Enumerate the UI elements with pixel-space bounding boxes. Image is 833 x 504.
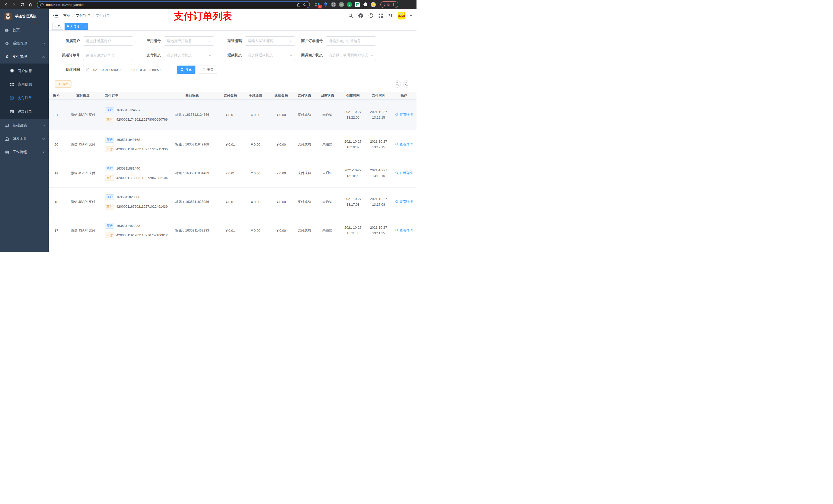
sidebar-item-label: 首页 <box>13 28 45 32</box>
app-select[interactable]: 请选择应用信息 <box>164 37 214 46</box>
refund-amount: ¥ 0.00 <box>268 99 294 130</box>
sidebar-item-label: 商户信息 <box>18 69 45 73</box>
table-header-row: 编号支付渠道 支付订单 商品标题支付金额 手续金额退款金额 支付状态回调状态 创… <box>49 92 416 99</box>
order-id: 18 <box>49 188 64 216</box>
back-icon[interactable] <box>3 1 9 8</box>
table-toolbar: 导出 <box>55 80 410 88</box>
site-info-icon[interactable] <box>40 3 44 7</box>
pay-status-select[interactable]: 请选择支付状态 <box>164 51 214 60</box>
reset-button[interactable]: 重置 <box>199 66 217 74</box>
create-time: 2021-10-2713:22:05 <box>340 99 366 130</box>
notify-status <box>314 245 340 252</box>
pay-channel: 微信 JSAPI 支付 <box>64 159 102 188</box>
breadcrumb: 首页 / 支付管理 / 支付订单 <box>63 13 110 18</box>
table-row: 21 微信 JSAPI 支付 商户 1635312124657 支付 42000… <box>49 99 416 130</box>
merchant-input[interactable] <box>83 37 133 46</box>
order-id: 21 <box>49 99 64 130</box>
search-icon <box>395 143 399 146</box>
devtools-extension-icon[interactable]: 10 <box>315 2 320 7</box>
avatar[interactable] <box>398 12 405 20</box>
tab-close-icon[interactable]: × <box>84 25 86 28</box>
notify-status: 未通知 <box>314 99 340 130</box>
browser-update-button[interactable]: 更新 ⋮ <box>380 1 398 8</box>
home-icon[interactable] <box>27 1 34 8</box>
fullscreen-icon[interactable] <box>378 13 383 19</box>
sidebar-item-payment[interactable]: ¥ 支付管理 <box>0 50 49 64</box>
breadcrumb-home[interactable]: 首页 <box>63 13 70 18</box>
refund-amount: ¥ 0.00 <box>268 216 294 245</box>
filter-refund-status: 退款状态 请选择退款状态 <box>217 51 295 60</box>
channel-code-select[interactable]: 请输入渠道编码 <box>245 37 295 46</box>
avatar-caret-icon[interactable] <box>410 15 412 16</box>
export-button[interactable]: 导出 <box>55 80 71 88</box>
view-detail-link[interactable]: 查看详情 <box>395 113 413 117</box>
hide-search-button[interactable] <box>394 80 401 88</box>
product-title: 标题：1635312124656 <box>166 99 218 130</box>
refund-amount <box>268 245 294 252</box>
refresh-icon <box>405 82 409 86</box>
pay-order-cell: 商户 1635311354726 <box>102 245 166 252</box>
share-icon[interactable] <box>297 3 301 7</box>
merchant-order-no-input[interactable] <box>326 37 376 46</box>
pay-tag: 支付 <box>105 146 114 152</box>
search-icon[interactable] <box>348 13 354 19</box>
pay-channel <box>64 245 102 252</box>
pay-status: 支付成功 <box>294 159 314 188</box>
puzzle-extensions-icon[interactable] <box>363 2 368 7</box>
sidebar-item-app-info[interactable]: 应用信息 <box>0 78 49 91</box>
kite-extension-icon[interactable] <box>323 2 328 7</box>
emoji-profile-icon[interactable] <box>371 2 376 7</box>
view-detail-link[interactable]: 查看详情 <box>395 142 413 147</box>
sidebar-item-home[interactable]: 首页 <box>0 24 49 37</box>
merchant-order-no-field[interactable] <box>329 39 373 43</box>
chevron-down-icon <box>42 125 45 126</box>
sidebar-item-dev-tools[interactable]: 研发工具 <box>0 132 49 145</box>
pay-time: 2021-10-2713:17:08 <box>366 188 391 216</box>
pay-time: 2021-10-2713:11:15 <box>366 216 391 245</box>
bookmark-star-icon[interactable] <box>303 3 307 7</box>
y-extension-icon[interactable]: y <box>347 2 352 7</box>
help-icon[interactable]: ? <box>368 13 374 19</box>
fee-amount <box>243 245 268 252</box>
refund-status-select[interactable]: 请选择退款状态 <box>245 51 295 60</box>
github-icon[interactable] <box>358 13 363 19</box>
recorder-extension-icon[interactable] <box>339 2 344 7</box>
command-extension-icon[interactable]: ⌘ <box>331 2 336 7</box>
action-cell <box>391 245 416 252</box>
sidebar-logo[interactable]: 芋道管理系统 <box>0 9 49 24</box>
view-detail-link[interactable]: 查看详情 <box>395 171 413 175</box>
merchant-input-field[interactable] <box>86 39 130 43</box>
channel-order-no-input[interactable] <box>83 51 133 60</box>
search-button[interactable]: 搜索 <box>177 66 195 74</box>
fee-amount: ¥ 0.00 <box>243 159 268 188</box>
table-row: 19 微信 JSAPI 支付 商户 1635311881440 支付 42000… <box>49 159 416 188</box>
sidebar-item-workflow[interactable]: 工作流程 <box>0 145 49 159</box>
browser-menu-icon[interactable]: ⋮ <box>392 3 396 7</box>
view-detail-link[interactable]: 查看详情 <box>395 228 413 233</box>
pay-tag: 支付 <box>105 204 114 210</box>
sidebar-item-system[interactable]: 系统管理 <box>0 37 49 50</box>
filter-channel-order-no: 渠道订单号 <box>55 51 133 60</box>
sidebar-item-infrastructure[interactable]: 基础设施 <box>0 119 49 132</box>
date-end: 2021-10-31 23:59:59 <box>129 68 161 72</box>
notify-status-select[interactable]: 请选择订单回调商户状态 <box>326 51 376 60</box>
reload-icon[interactable] <box>19 1 26 8</box>
app-title: 芋道管理系统 <box>15 14 37 19</box>
tab-home[interactable]: 首页 <box>52 23 63 30</box>
chat-extension-icon[interactable] <box>355 2 360 7</box>
refresh-button[interactable] <box>403 80 410 88</box>
sidebar-item-pay-order[interactable]: 支付订单 <box>0 91 49 105</box>
sidebar-item-refund-order[interactable]: 退款订单 <box>0 105 49 118</box>
font-size-icon[interactable]: TT <box>388 13 394 19</box>
view-detail-link[interactable]: 查看详情 <box>395 199 413 204</box>
table-row: 17 微信 JSAPI 支付 商户 1635311468233 支付 42000… <box>49 216 416 245</box>
date-range-input[interactable]: 2021-10-01 00:00:00 - 2021-10-31 23:59:5… <box>83 65 170 74</box>
forward-icon[interactable] <box>11 1 18 8</box>
sidebar-collapse-icon[interactable] <box>52 12 59 19</box>
channel-order-no-field[interactable] <box>86 53 130 57</box>
breadcrumb-payment[interactable]: 支付管理 <box>76 13 90 18</box>
url-bar[interactable]: localhost:1024/pay/order <box>37 1 310 8</box>
tab-pay-order[interactable]: 支付订单 × <box>65 23 88 30</box>
pay-channel: 微信 JSAPI 支付 <box>64 188 102 216</box>
sidebar-item-merchant-info[interactable]: 商户信息 <box>0 64 49 78</box>
